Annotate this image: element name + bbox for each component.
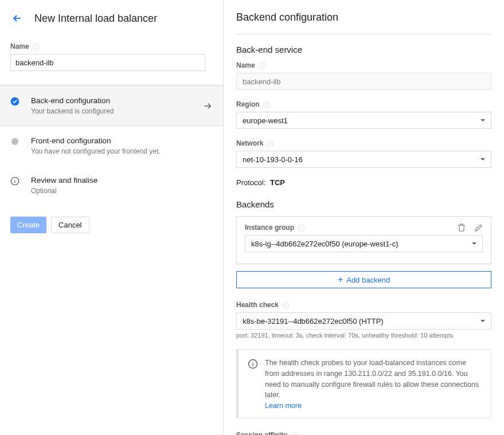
name-label-row: Name ?	[10, 42, 213, 50]
help-icon[interactable]: ?	[282, 301, 290, 309]
health-check-label: Health check	[236, 301, 279, 309]
label-row: Network ?	[236, 139, 491, 147]
arrow-right-icon	[202, 101, 213, 111]
label-row: Health check ?	[236, 301, 491, 309]
circle-icon	[11, 138, 18, 145]
lb-name-section: Name ?	[0, 37, 223, 85]
help-icon[interactable]: ?	[263, 101, 271, 108]
help-icon[interactable]: ?	[291, 432, 298, 436]
help-icon[interactable]: ?	[33, 43, 40, 50]
region-group: Region ? europe-west1	[236, 100, 491, 129]
add-backend-label: Add backend	[346, 276, 390, 284]
check-circle-icon	[10, 97, 19, 106]
health-check-value: k8s-be-32191--4db662e272ec0f50 (HTTP)	[243, 317, 384, 326]
region-value: europe-west1	[243, 116, 288, 125]
chevron-down-icon	[480, 119, 485, 122]
service-name-input	[236, 73, 491, 90]
svg-point-5	[14, 179, 15, 179]
help-icon[interactable]: ?	[298, 224, 305, 232]
svg-point-18	[252, 362, 253, 363]
step-title: Review and finalise	[31, 176, 213, 185]
help-icon[interactable]: ?	[259, 62, 266, 69]
region-select[interactable]: europe-west1	[236, 112, 491, 129]
chevron-down-icon	[480, 320, 485, 322]
step-content: Back-end configuration Your backend is c…	[31, 96, 213, 115]
plus-icon: +	[338, 275, 343, 284]
step-content: Front-end configuration You have not con…	[31, 136, 213, 155]
protocol-row: Protocol: TCP	[236, 178, 491, 187]
action-row: Create Cancel	[0, 205, 223, 245]
label-row: Name ?	[236, 61, 491, 69]
health-check-group: Health check ? k8s-be-32191--4db662e272e…	[236, 301, 491, 339]
lb-name-input[interactable]	[10, 54, 205, 71]
info-icon	[10, 177, 19, 186]
help-icon[interactable]: ?	[267, 140, 274, 147]
network-value: net-10-193-0-0-16	[243, 155, 303, 164]
create-button[interactable]: Create	[10, 217, 46, 233]
svg-text:?: ?	[284, 303, 287, 307]
protocol-label: Protocol:	[236, 178, 265, 187]
svg-text:?: ?	[269, 142, 272, 146]
instance-group-select[interactable]: k8s-ig--4db662e272ec0f50 (europe-west1-c…	[245, 235, 483, 252]
svg-text:?: ?	[35, 45, 37, 49]
arrow-left-icon	[11, 13, 23, 24]
right-title: Backend configuration	[236, 11, 491, 34]
svg-text:?: ?	[300, 226, 302, 230]
session-affinity-group: Session affinity ? None	[236, 431, 491, 435]
info-text: The health check probes to your load-bal…	[265, 358, 482, 401]
info-content: The health check probes to your load-bal…	[265, 358, 482, 410]
cancel-button[interactable]: Cancel	[51, 217, 89, 233]
step-title: Front-end configuration	[31, 136, 213, 145]
svg-text:?: ?	[261, 64, 263, 68]
health-check-info-box: The health check probes to your load-bal…	[236, 349, 491, 418]
right-panel: Backend configuration Back-end service N…	[224, 0, 504, 435]
chevron-down-icon	[472, 242, 476, 245]
service-name-label: Name	[236, 61, 255, 69]
label-row: Instance group ?	[245, 224, 483, 232]
step-review-finalise[interactable]: Review and finalise Optional	[0, 166, 223, 205]
pencil-icon[interactable]	[474, 222, 484, 233]
svg-text:?: ?	[265, 103, 268, 107]
region-label: Region	[236, 100, 260, 108]
name-label: Name	[10, 42, 29, 50]
network-select[interactable]: net-10-193-0-0-16	[236, 151, 491, 168]
network-label: Network	[236, 139, 263, 147]
left-panel: New Internal load balancer Name ? Back-e…	[0, 0, 224, 435]
step-title: Back-end configuration	[31, 96, 213, 105]
health-check-select[interactable]: k8s-be-32191--4db662e272ec0f50 (HTTP)	[236, 312, 491, 330]
step-desc: Optional	[31, 187, 213, 195]
back-arrow-button[interactable]	[10, 11, 24, 25]
step-list: Back-end configuration Your backend is c…	[0, 85, 223, 205]
instance-group-label: Instance group	[245, 224, 294, 232]
chevron-down-icon	[480, 158, 485, 160]
learn-more-link[interactable]: Learn more	[265, 402, 302, 410]
service-name-group: Name ?	[236, 61, 491, 90]
page-title: New Internal load balancer	[34, 13, 157, 25]
backend-card: Instance group ? k8s-ig--4db662e272ec0f5…	[236, 216, 491, 264]
card-actions	[456, 222, 484, 233]
step-backend-config[interactable]: Back-end configuration Your backend is c…	[0, 85, 223, 126]
backend-service-heading: Back-end service	[236, 45, 491, 54]
trash-icon[interactable]	[456, 222, 467, 233]
health-check-hint: port: 32191, timeout: 3s, check interval…	[236, 332, 491, 339]
label-row: Session affinity ?	[236, 431, 491, 435]
step-content: Review and finalise Optional	[31, 176, 213, 195]
label-row: Region ?	[236, 100, 491, 108]
step-desc: Your backend is configured	[31, 107, 213, 115]
session-affinity-label: Session affinity	[236, 431, 287, 435]
step-desc: You have not configured your frontend ye…	[31, 147, 213, 155]
protocol-value: TCP	[270, 178, 285, 187]
left-header: New Internal load balancer	[0, 0, 223, 37]
backends-heading: Backends	[236, 199, 491, 209]
add-backend-button[interactable]: + Add backend	[236, 271, 491, 288]
instance-group-value: k8s-ig--4db662e272ec0f50 (europe-west1-c…	[251, 240, 398, 248]
network-group: Network ? net-10-193-0-0-16	[236, 139, 491, 168]
step-frontend-config[interactable]: Front-end configuration You have not con…	[0, 126, 223, 166]
info-icon	[248, 359, 258, 369]
